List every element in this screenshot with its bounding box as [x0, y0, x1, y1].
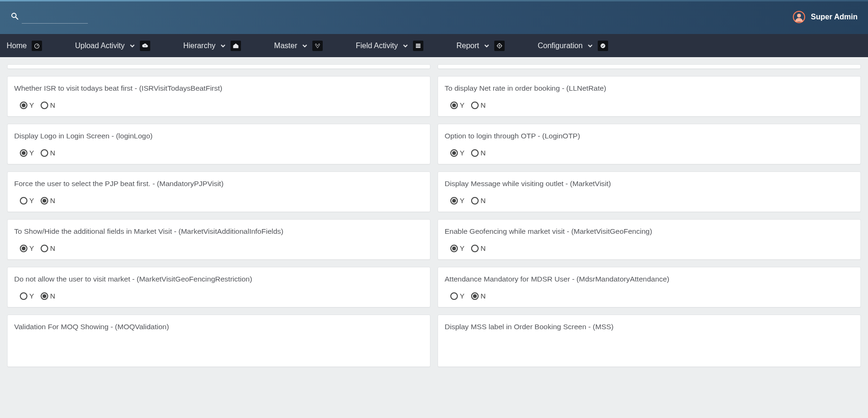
- option-yes[interactable]: Y: [20, 196, 34, 205]
- settings-card-peek: [7, 64, 430, 69]
- settings-card: Display MSS label in Order Booking Scree…: [438, 315, 861, 367]
- nav-label: Configuration: [538, 42, 583, 50]
- settings-card-title: Do not allow the user to visit market - …: [14, 275, 423, 283]
- settings-card-title: Attendance Mandatory for MDSR User - (Md…: [445, 275, 854, 283]
- option-label: Y: [29, 196, 34, 205]
- option-label: Y: [29, 101, 34, 109]
- option-label: N: [481, 292, 486, 300]
- option-no[interactable]: N: [41, 292, 55, 300]
- nav-label: Upload Activity: [75, 42, 125, 50]
- radio-icon: [41, 149, 48, 157]
- settings-card-options: YN: [445, 292, 854, 300]
- nav-item-field-activity[interactable]: Field Activity: [356, 41, 423, 51]
- settings-card: Whether ISR to visit todays beat first -…: [7, 76, 430, 117]
- nav-bar: Home Upload Activity Hierarchy Master Fi…: [0, 34, 868, 57]
- search-icon: [10, 12, 19, 22]
- option-label: N: [50, 149, 55, 157]
- radio-icon: [450, 102, 458, 109]
- option-label: N: [481, 101, 486, 109]
- option-yes[interactable]: Y: [450, 244, 464, 252]
- nav-label: Home: [7, 42, 27, 50]
- svg-line-5: [37, 45, 38, 46]
- option-yes[interactable]: Y: [20, 244, 34, 252]
- chevron-down-icon: [129, 43, 135, 49]
- radio-icon: [20, 102, 27, 109]
- user-wrap[interactable]: Super Admin: [793, 11, 858, 23]
- option-no[interactable]: N: [41, 149, 55, 157]
- option-no[interactable]: N: [471, 196, 486, 205]
- settings-card-options: YN: [14, 244, 423, 252]
- settings-card: Attendance Mandatory for MDSR User - (Md…: [438, 267, 861, 307]
- settings-card-options: YN: [445, 149, 854, 157]
- search-input[interactable]: [22, 10, 88, 24]
- option-label: N: [50, 292, 55, 300]
- radio-icon: [20, 197, 27, 205]
- header-accent-line: [0, 0, 868, 1]
- radio-icon: [450, 149, 458, 157]
- option-yes[interactable]: Y: [450, 292, 464, 300]
- radio-icon: [450, 292, 458, 300]
- settings-card: Force the user to select the PJP beat fi…: [7, 171, 430, 212]
- svg-line-1: [16, 17, 18, 19]
- radio-icon: [450, 245, 458, 252]
- option-no[interactable]: N: [471, 292, 486, 300]
- dashboard-icon: [32, 41, 42, 51]
- option-no[interactable]: N: [41, 196, 55, 205]
- user-avatar-icon: [793, 11, 805, 23]
- radio-icon: [20, 292, 27, 300]
- nav-item-report[interactable]: Report: [456, 41, 505, 51]
- option-label: Y: [460, 292, 464, 300]
- option-yes[interactable]: Y: [450, 101, 464, 109]
- radio-icon: [471, 197, 479, 205]
- option-no[interactable]: N: [471, 149, 486, 157]
- radio-icon: [41, 245, 48, 252]
- settings-card-title: To Show/Hide the additional fields in Ma…: [14, 227, 423, 236]
- option-label: Y: [460, 101, 464, 109]
- radio-icon: [41, 292, 48, 300]
- chevron-down-icon: [587, 43, 593, 49]
- option-yes[interactable]: Y: [20, 101, 34, 109]
- nav-item-hierarchy[interactable]: Hierarchy: [183, 41, 241, 51]
- cloud-up-icon: [140, 41, 150, 51]
- settings-card-title: Enable Geofencing while market visit - (…: [445, 227, 854, 236]
- option-no[interactable]: N: [471, 101, 486, 109]
- radio-icon: [471, 292, 479, 300]
- settings-card-title: Display Message while visiting outlet - …: [445, 179, 854, 188]
- settings-card-title: Whether ISR to visit todays beat first -…: [14, 84, 423, 93]
- settings-card: Option to login through OTP - (LoginOTP)…: [438, 124, 861, 164]
- diamond-icon: [312, 41, 323, 51]
- option-no[interactable]: N: [471, 244, 486, 252]
- option-label: N: [481, 196, 486, 205]
- option-yes[interactable]: Y: [450, 196, 464, 205]
- option-yes[interactable]: Y: [20, 149, 34, 157]
- settings-card-options: YN: [14, 101, 423, 109]
- nav-item-master[interactable]: Master: [274, 41, 323, 51]
- nav-item-home[interactable]: Home: [7, 41, 42, 51]
- user-label: Super Admin: [811, 13, 858, 21]
- chevron-down-icon: [484, 43, 490, 49]
- check-circle-icon: [598, 41, 608, 51]
- settings-column-right: To display Net rate in order booking - (…: [438, 64, 861, 416]
- option-label: Y: [460, 149, 464, 157]
- settings-card: Validation For MOQ Showing - (MOQValidat…: [7, 315, 430, 367]
- svg-rect-7: [416, 45, 420, 46]
- settings-column-left: Whether ISR to visit todays beat first -…: [7, 64, 430, 416]
- option-yes[interactable]: Y: [20, 292, 34, 300]
- radio-icon: [471, 102, 479, 109]
- option-label: Y: [29, 292, 34, 300]
- option-label: N: [50, 101, 55, 109]
- option-no[interactable]: N: [41, 244, 55, 252]
- settings-card: Do not allow the user to visit market - …: [7, 267, 430, 307]
- target-icon: [494, 41, 505, 51]
- house-icon: [231, 41, 241, 51]
- nav-item-upload-activity[interactable]: Upload Activity: [75, 41, 150, 51]
- option-no[interactable]: N: [41, 101, 55, 109]
- settings-card: To Show/Hide the additional fields in Ma…: [7, 219, 430, 260]
- option-label: Y: [460, 244, 464, 252]
- nav-item-configuration[interactable]: Configuration: [538, 41, 608, 51]
- option-label: N: [481, 149, 486, 157]
- radio-icon: [41, 197, 48, 205]
- settings-card-options: YN: [445, 244, 854, 252]
- settings-card-title: Force the user to select the PJP beat fi…: [14, 179, 423, 188]
- option-yes[interactable]: Y: [450, 149, 464, 157]
